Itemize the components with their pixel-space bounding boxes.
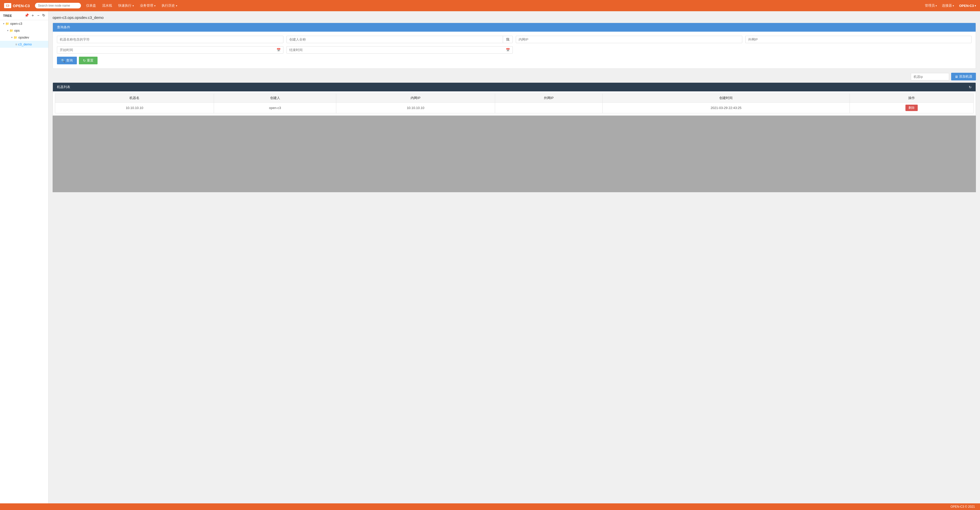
col-external-ip: 外网IP <box>495 94 603 103</box>
end-time-wrapper: 📅 <box>286 46 513 54</box>
col-machine-name: 机器名 <box>55 94 214 103</box>
machine-name-input[interactable] <box>57 36 283 43</box>
nav-open-c3[interactable]: OPEN-C3 <box>959 4 976 8</box>
folder-icon-open-c3: 📁 <box>5 22 9 25</box>
tree-label-open-c3: open-c3 <box>10 22 22 25</box>
refresh-table-icon[interactable]: ↻ <box>969 85 972 89</box>
cell-created-time: 2021-03-29 22:43:25 <box>602 103 850 113</box>
query-panel-header: 查询条件 <box>53 23 976 32</box>
start-time-wrapper: 📅 <box>57 46 283 54</box>
machine-ip-input[interactable] <box>911 73 949 80</box>
col-creator: 创建人 <box>214 94 336 103</box>
start-time-input[interactable] <box>57 46 274 53</box>
table-row: 10.10.10.10 open-c3 10.10.10.10 2021-03-… <box>55 103 974 113</box>
search-input[interactable] <box>35 3 81 8</box>
nav-link-pipeline[interactable]: 流水线 <box>102 3 112 8</box>
external-ip-input[interactable] <box>745 36 972 43</box>
sidebar-header-icons: 📌 ＋ － ↻ <box>24 13 45 18</box>
reset-button[interactable]: ↻ 重置 <box>79 57 97 64</box>
add-machine-label: 添加机器 <box>959 74 972 79</box>
gray-area <box>52 116 976 192</box>
machine-panel-header: 机器列表 ↻ <box>53 83 976 91</box>
col-internal-ip: 内网IP <box>336 94 495 103</box>
creator-field-wrapper: 我 <box>286 36 513 43</box>
tree-item-opsdev[interactable]: ▾ 📁 opsdev <box>0 34 48 41</box>
cell-external-ip <box>495 103 603 113</box>
add-machine-button[interactable]: 🖥 添加机器 <box>951 73 976 80</box>
reset-button-label: 重置 <box>87 58 94 63</box>
folder-icon-opsdev: 📁 <box>14 36 18 39</box>
machine-table-header-row: 机器名 创建人 内网IP 外网IP 创建时间 操作 <box>55 94 974 103</box>
query-panel-body: 我 📅 <box>53 32 976 68</box>
monitor-icon: 🖥 <box>955 75 958 79</box>
tree-item-open-c3[interactable]: ▾ 📁 open-c3 <box>0 20 48 27</box>
refresh-icon[interactable]: ↻ <box>42 13 45 18</box>
col-action: 操作 <box>850 94 974 103</box>
folder-icon-ops: 📁 <box>10 29 13 32</box>
end-time-input[interactable] <box>287 46 504 53</box>
top-nav: C3 OPEN-C3 仪表盘 流水线 快速执行 业务管理 执行历史 管理员 连接… <box>0 0 980 11</box>
cell-machine-name: 10.10.10.10 <box>55 103 214 113</box>
content-area: open-c3.ops.opsdev.c3_demo 查询条件 我 <box>49 11 980 510</box>
nav-admin[interactable]: 管理员 <box>925 3 937 8</box>
me-button[interactable]: 我 <box>503 36 512 43</box>
tree-label-ops: ops <box>14 29 20 32</box>
tree-arrow-opsdev: ▾ <box>11 36 13 39</box>
query-panel: 查询条件 我 <box>52 23 976 69</box>
sidebar-header: TREE 📌 ＋ － ↻ <box>0 11 48 20</box>
machine-table: 机器名 创建人 内网IP 外网IP 创建时间 操作 10.10.10.10 op… <box>55 94 974 113</box>
filter-empty-1 <box>516 46 742 54</box>
delete-button[interactable]: 删除 <box>905 105 918 111</box>
calendar-icon-start[interactable]: 📅 <box>274 48 283 52</box>
filter-row-1: 我 <box>57 36 972 43</box>
filter-external-ip <box>745 36 972 43</box>
add-icon[interactable]: ＋ <box>31 13 35 18</box>
col-created-time: 创建时间 <box>602 94 850 103</box>
filter-machine-name <box>57 36 283 43</box>
query-button-label: 查询 <box>66 58 73 63</box>
query-panel-title: 查询条件 <box>57 25 70 29</box>
tree-arrow-ops: ▾ <box>7 29 8 32</box>
nav-link-quick-exec[interactable]: 快速执行 <box>118 3 134 8</box>
cell-action: 删除 <box>850 103 974 113</box>
tree-arrow-open-c3: ▾ <box>3 22 4 25</box>
main-layout: TREE 📌 ＋ － ↻ ▾ 📁 open-c3 ▾ 📁 ops <box>0 11 980 510</box>
nav-right: 管理员 连接器 OPEN-C3 <box>925 3 976 8</box>
filter-empty-2 <box>745 46 972 54</box>
minus-icon[interactable]: － <box>37 13 40 18</box>
filter-row-2: 📅 📅 <box>57 46 972 54</box>
machine-table-head: 机器名 创建人 内网IP 外网IP 创建时间 操作 <box>55 94 974 103</box>
logo-text: OPEN-C3 <box>13 3 30 8</box>
creator-input[interactable] <box>287 36 503 43</box>
cell-internal-ip: 10.10.10.10 <box>336 103 495 113</box>
nav-link-biz-mgmt[interactable]: 业务管理 <box>140 3 156 8</box>
filter-creator: 我 <box>286 36 513 43</box>
filter-end-time: 📅 <box>286 46 513 54</box>
internal-ip-input[interactable] <box>516 36 742 43</box>
footer-text: OPEN-C3 © 2021 <box>950 505 975 508</box>
nav-link-exec-history[interactable]: 执行历史 <box>162 3 177 8</box>
tree-item-c3-demo[interactable]: ≡ c3_demo <box>0 41 48 48</box>
pin-icon[interactable]: 📌 <box>24 13 29 18</box>
machine-panel: 机器列表 ↻ 机器名 创建人 内网IP 外网IP 创建时间 操作 <box>52 83 976 116</box>
page-title: open-c3.ops.opsdev.c3_demo <box>52 15 976 20</box>
refresh-small-icon: ↻ <box>83 59 86 62</box>
cell-creator: open-c3 <box>214 103 336 113</box>
tree-label-opsdev: opsdev <box>18 35 29 39</box>
nav-connector[interactable]: 连接器 <box>942 3 954 8</box>
sidebar-title: TREE <box>3 14 12 17</box>
machine-panel-body: 机器名 创建人 内网IP 外网IP 创建时间 操作 10.10.10.10 op… <box>53 91 976 115</box>
list-toolbar: 🖥 添加机器 <box>52 73 976 80</box>
logo[interactable]: C3 OPEN-C3 <box>4 3 30 8</box>
tree-item-ops[interactable]: ▾ 📁 ops <box>0 27 48 34</box>
query-button[interactable]: 🔍 查询 <box>57 57 77 64</box>
filter-internal-ip <box>516 36 742 43</box>
nav-link-dashboard[interactable]: 仪表盘 <box>86 3 96 8</box>
search-icon: 🔍 <box>61 59 65 62</box>
machine-table-body: 10.10.10.10 open-c3 10.10.10.10 2021-03-… <box>55 103 974 113</box>
calendar-icon-end[interactable]: 📅 <box>503 48 512 52</box>
nav-links: 仪表盘 流水线 快速执行 业务管理 执行历史 <box>86 3 920 8</box>
sidebar: TREE 📌 ＋ － ↻ ▾ 📁 open-c3 ▾ 📁 ops <box>0 11 49 510</box>
action-row: 🔍 查询 ↻ 重置 <box>57 57 972 64</box>
logo-icon: C3 <box>4 3 11 8</box>
